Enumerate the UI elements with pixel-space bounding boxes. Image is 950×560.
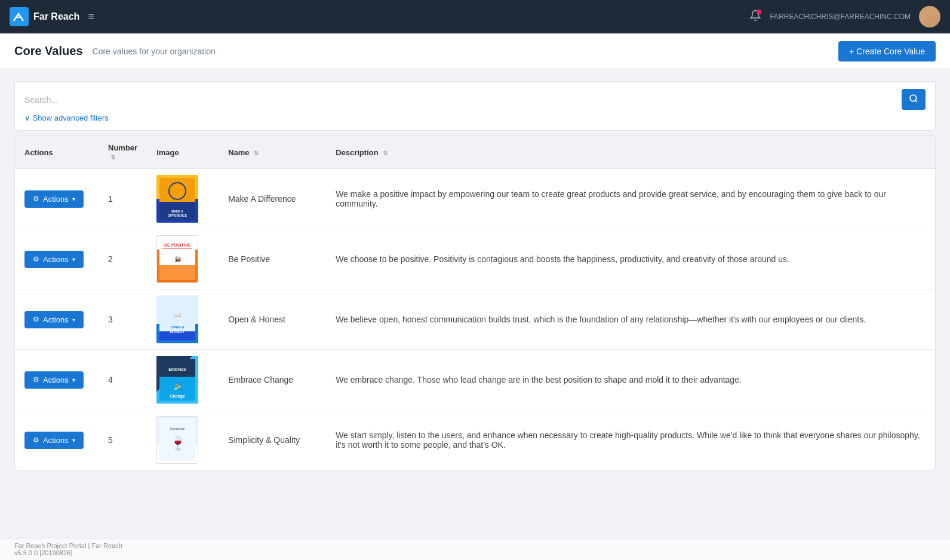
sort-icon-description: ⇅ — [383, 150, 388, 156]
svg-text:HONEST: HONEST — [170, 330, 185, 334]
page-header: Core Values Core values for your organiz… — [0, 33, 950, 69]
advanced-filters-toggle[interactable]: ∨ Show advanced filters — [24, 113, 109, 122]
row-image: Embrace 🏄 Change — [156, 356, 198, 404]
page-subtitle: Core values for your organization — [93, 47, 216, 56]
svg-text:📖: 📖 — [174, 311, 182, 318]
chevron-down-icon: ▾ — [72, 377, 75, 383]
search-icon — [909, 94, 918, 103]
number-cell: 2 — [99, 229, 147, 290]
svg-text:🍷: 🍷 — [170, 435, 186, 451]
number-cell: 5 — [99, 410, 147, 470]
table-row: ⚙ Actions ▾ 4 Embrace 🏄 Change Embrace C… — [15, 350, 935, 410]
svg-text:🏄: 🏄 — [173, 381, 182, 390]
page-header-left: Core Values Core values for your organiz… — [14, 44, 216, 58]
svg-line-1 — [915, 100, 917, 102]
table-body: ⚙ Actions ▾ 1 MAKE A DIFFERENCE Make A D… — [15, 169, 935, 470]
row-image: Simplicity 🍷 — [156, 416, 198, 464]
chevron-down-icon: ▾ — [72, 256, 75, 263]
name-cell: Embrace Change — [219, 350, 326, 410]
svg-text:OPEN &: OPEN & — [171, 325, 185, 329]
chevron-down-icon: ▾ — [72, 316, 75, 323]
description-cell: We embrace change. Those who lead change… — [326, 350, 935, 410]
gear-icon: ⚙ — [33, 376, 39, 384]
actions-cell: ⚙ Actions ▾ — [15, 350, 99, 410]
actions-label: Actions — [43, 436, 69, 445]
image-cell: 📖 OPEN & HONEST — [147, 290, 219, 350]
col-header-image: Image — [147, 136, 219, 169]
svg-text:DIFFERENCE: DIFFERENCE — [168, 214, 187, 217]
actions-label: Actions — [43, 315, 69, 324]
user-email: FARREACH\CHRIS@FARREACHINC.COM — [770, 13, 911, 21]
chevron-down-icon: ▾ — [72, 437, 75, 444]
table-row: ⚙ Actions ▾ 1 MAKE A DIFFERENCE Make A D… — [15, 169, 935, 229]
image-cell: Embrace 🏄 Change — [147, 350, 219, 410]
name-cell: Make A Difference — [219, 169, 326, 229]
number-cell: 3 — [99, 290, 147, 350]
actions-cell: ⚙ Actions ▾ — [15, 410, 99, 470]
col-header-description[interactable]: Description ⇅ — [326, 136, 935, 169]
logo-text: Far Reach — [33, 11, 79, 22]
search-section: ∨ Show advanced filters — [14, 81, 936, 131]
logo-icon — [10, 7, 29, 26]
table-row: ⚙ Actions ▾ 2 BE POSITIVE 🚂 Be Positive … — [15, 229, 935, 290]
user-avatar[interactable] — [919, 6, 940, 27]
number-cell: 1 — [99, 169, 147, 229]
description-cell: We make a positive impact by empowering … — [326, 169, 935, 229]
image-cell: MAKE A DIFFERENCE — [147, 169, 219, 229]
description-cell: We choose to be positive. Positivity is … — [326, 229, 935, 290]
table-row: ⚙ Actions ▾ 5 Simplicity 🍷 Simplicity & … — [15, 410, 935, 470]
col-header-actions: Actions — [15, 136, 99, 169]
actions-button[interactable]: ⚙ Actions ▾ — [24, 311, 84, 328]
actions-cell: ⚙ Actions ▾ — [15, 229, 99, 290]
row-image: BE POSITIVE 🚂 — [156, 235, 198, 283]
name-cell: Simplicity & Quality — [219, 410, 326, 470]
svg-text:Simplicity: Simplicity — [170, 427, 185, 430]
col-header-name[interactable]: Name ⇅ — [219, 136, 326, 169]
gear-icon: ⚙ — [33, 436, 39, 444]
svg-text:Change: Change — [170, 394, 185, 399]
sort-icon-number: ⇅ — [110, 154, 115, 161]
image-cell: BE POSITIVE 🚂 — [147, 229, 219, 290]
create-core-value-button[interactable]: + Create Core Value — [838, 41, 936, 61]
number-cell: 4 — [99, 350, 147, 410]
main-content: ∨ Show advanced filters Actions Number ⇅… — [0, 69, 950, 482]
svg-text:BE POSITIVE: BE POSITIVE — [164, 243, 190, 247]
header-right: FARREACH\CHRIS@FARREACHINC.COM — [749, 6, 940, 27]
name-cell: Be Positive — [219, 229, 326, 290]
actions-button[interactable]: ⚙ Actions ▾ — [24, 190, 84, 208]
description-cell: We believe open, honest communication bu… — [326, 290, 935, 350]
svg-point-0 — [910, 95, 917, 101]
svg-text:🚂: 🚂 — [174, 256, 182, 263]
actions-button[interactable]: ⚙ Actions ▾ — [24, 371, 84, 389]
gear-icon: ⚙ — [33, 255, 39, 263]
actions-button[interactable]: ⚙ Actions ▾ — [24, 251, 84, 268]
actions-cell: ⚙ Actions ▾ — [15, 290, 99, 350]
sort-icon-name: ⇅ — [254, 150, 259, 156]
search-row — [24, 89, 926, 110]
col-header-number[interactable]: Number ⇅ — [99, 136, 147, 169]
chevron-down-icon: ▾ — [72, 196, 75, 202]
svg-rect-8 — [159, 265, 195, 280]
logo[interactable]: Far Reach — [10, 7, 79, 26]
svg-text:Embrace: Embrace — [168, 367, 186, 371]
search-input[interactable] — [24, 95, 897, 104]
header-left: Far Reach ≡ — [10, 7, 94, 26]
notification-bell[interactable] — [749, 10, 761, 24]
name-cell: Open & Honest — [219, 290, 326, 350]
actions-label: Actions — [43, 195, 69, 204]
actions-button[interactable]: ⚙ Actions ▾ — [24, 432, 84, 449]
search-button[interactable] — [902, 89, 926, 110]
app-header: Far Reach ≡ FARREACH\CHRIS@FARREACHINC.C… — [0, 0, 950, 33]
actions-label: Actions — [43, 255, 69, 264]
hamburger-menu[interactable]: ≡ — [88, 11, 94, 23]
svg-text:MAKE A: MAKE A — [171, 210, 183, 213]
actions-cell: ⚙ Actions ▾ — [15, 169, 99, 229]
actions-label: Actions — [43, 376, 69, 384]
gear-icon: ⚙ — [33, 315, 39, 324]
table-header: Actions Number ⇅ Image Name ⇅ Descriptio… — [15, 136, 935, 169]
page-title: Core Values — [14, 44, 83, 58]
image-cell: Simplicity 🍷 — [147, 410, 219, 470]
row-image: 📖 OPEN & HONEST — [156, 296, 198, 343]
gear-icon: ⚙ — [33, 195, 39, 203]
row-image: MAKE A DIFFERENCE — [156, 175, 198, 223]
